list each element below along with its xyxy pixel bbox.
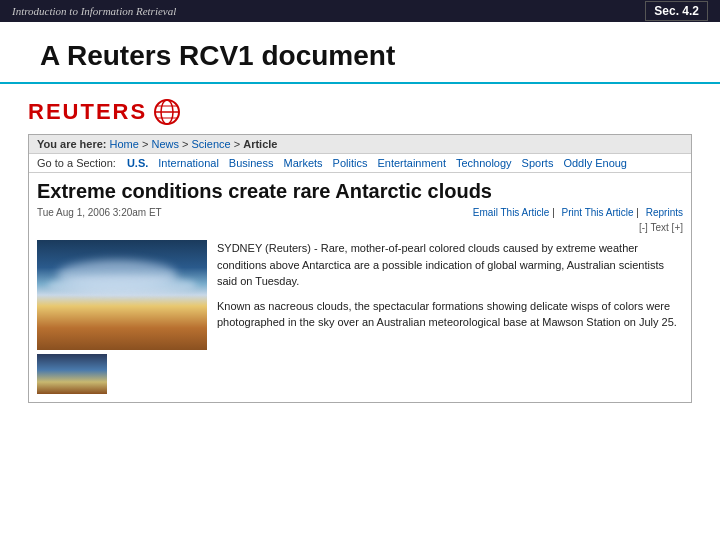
- nav-item-international[interactable]: International: [158, 157, 219, 169]
- nav-item-politics[interactable]: Politics: [333, 157, 368, 169]
- reuters-globe-icon: [153, 98, 181, 126]
- print-article-link[interactable]: Print This Article: [562, 207, 634, 218]
- header-bar: Introduction to Information Retrieval Se…: [0, 0, 720, 22]
- course-title: Introduction to Information Retrieval: [12, 5, 176, 17]
- nav-item-business[interactable]: Business: [229, 157, 274, 169]
- article-headline: Extreme conditions create rare Antarctic…: [29, 173, 691, 205]
- nav-item-entertainment[interactable]: Entertainment: [377, 157, 445, 169]
- nav-bar: Go to a Section: U.S. International Busi…: [29, 154, 691, 173]
- article-body: SYDNEY (Reuters) - Rare, mother-of-pearl…: [29, 236, 691, 402]
- nav-item-sports[interactable]: Sports: [522, 157, 554, 169]
- article-text: SYDNEY (Reuters) - Rare, mother-of-pearl…: [217, 240, 683, 394]
- nav-item-oddly[interactable]: Oddly Enoug: [563, 157, 627, 169]
- article-para-2: Known as nacreous clouds, the spectacula…: [217, 298, 683, 331]
- breadcrumb-science[interactable]: Science: [192, 138, 231, 150]
- article-main-photo: [37, 240, 207, 350]
- nav-section-label: Go to a Section:: [37, 157, 116, 169]
- breadcrumb-label: You are here:: [37, 138, 107, 150]
- article-para-1: SYDNEY (Reuters) - Rare, mother-of-pearl…: [217, 240, 683, 290]
- article-thumbnail-photo: [37, 354, 107, 394]
- reprints-link[interactable]: Reprints: [646, 207, 683, 218]
- email-article-link[interactable]: Email This Article: [473, 207, 550, 218]
- article-date: Tue Aug 1, 2006 3:20am ET: [37, 207, 162, 218]
- article-meta: Tue Aug 1, 2006 3:20am ET Email This Art…: [29, 205, 691, 222]
- text-size-control[interactable]: [-] Text [+]: [29, 222, 691, 236]
- breadcrumb-bar: You are here: Home > News > Science > Ar…: [29, 135, 691, 154]
- breadcrumb-current: Article: [243, 138, 277, 150]
- article-image-area: [37, 240, 207, 394]
- article-box: You are here: Home > News > Science > Ar…: [28, 134, 692, 403]
- nav-item-markets[interactable]: Markets: [283, 157, 322, 169]
- nav-item-technology[interactable]: Technology: [456, 157, 512, 169]
- reuters-logo-text: REUTERS: [28, 99, 147, 125]
- slide-title: A Reuters RCV1 document: [40, 40, 680, 72]
- reuters-logo-area: REUTERS: [28, 98, 692, 126]
- slide-title-area: A Reuters RCV1 document: [0, 22, 720, 84]
- content-area: REUTERS You are here: Home > News > Scie…: [0, 84, 720, 413]
- nav-item-us[interactable]: U.S.: [127, 157, 148, 169]
- breadcrumb-home[interactable]: Home: [110, 138, 139, 150]
- section-label: Sec. 4.2: [645, 1, 708, 21]
- article-actions: Email This Article | Print This Article …: [469, 207, 683, 218]
- breadcrumb-news[interactable]: News: [151, 138, 179, 150]
